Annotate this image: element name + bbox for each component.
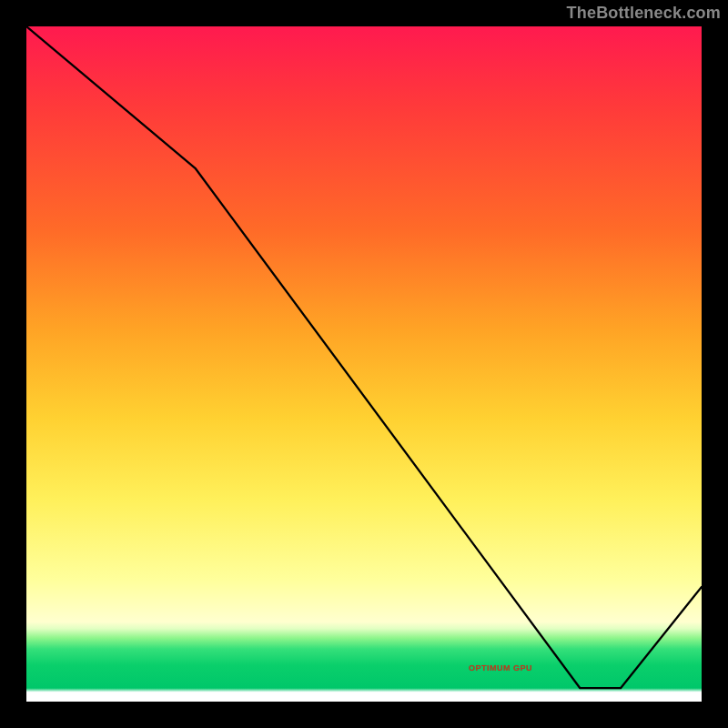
optimum-marker-row: OPTIMUM GPU	[0, 658, 728, 674]
chart-gradient-background	[26, 26, 702, 702]
optimum-marker-label: OPTIMUM GPU	[196, 663, 532, 672]
attribution-text: TheBottleneck.com	[567, 4, 721, 23]
chart-frame: TheBottleneck.com OPTIMUM GPU	[0, 0, 728, 728]
